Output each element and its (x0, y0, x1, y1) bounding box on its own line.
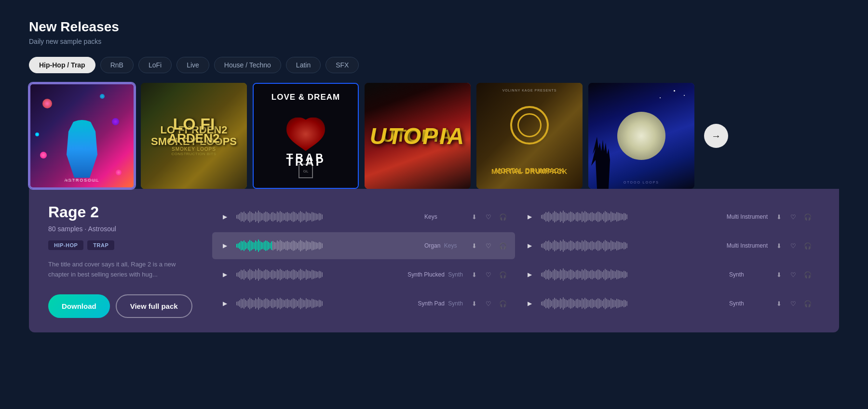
track-download-2[interactable]: ⬇ (469, 240, 479, 251)
play-btn-3[interactable]: ▶ (219, 269, 231, 280)
track-actions-2: ⬇ ♡ 🎧 (469, 240, 508, 251)
tab-lofi[interactable]: LoFi (138, 57, 172, 73)
pack-panel: Rage 2 80 samples · Astrosoul HIP-HOP TR… (29, 189, 839, 332)
waveform-7 (541, 266, 723, 283)
orb-5 (116, 170, 122, 175)
tab-latin[interactable]: Latin (286, 57, 321, 73)
track-headphones-6[interactable]: 🎧 (802, 240, 813, 251)
pack-card-utopia[interactable]: ⟳ UTOPIA (365, 83, 471, 189)
tab-hip-hop-trap[interactable]: Hip-Hop / Trap (29, 57, 95, 73)
pack-card-mortal[interactable]: ⟳ VOLINNY KAGE PRESENTS MORTAL DRUMPACK (476, 83, 583, 189)
track-download-7[interactable]: ⬇ (773, 269, 784, 280)
play-btn-8[interactable]: ▶ (524, 298, 535, 309)
lofi-subtitle: SMOKEY LOOPS (168, 146, 220, 152)
pack-card-lovedream[interactable]: ⟳ LOVE & DREAM TRAP GL (253, 83, 359, 189)
track-headphones-8[interactable]: 🎧 (802, 298, 813, 309)
lofi-title-arden: ARDEN2 (168, 132, 220, 145)
track-label-3: Synth Plucked Synth (407, 271, 463, 278)
track-actions-8: ⬇ ♡ 🎧 (773, 298, 813, 309)
track-download-4[interactable]: ⬇ (469, 298, 479, 309)
track-download-8[interactable]: ⬇ (773, 298, 784, 309)
track-heart-5[interactable]: ♡ (788, 211, 799, 222)
orb-4 (100, 94, 105, 99)
tab-live[interactable]: Live (176, 57, 209, 73)
tab-sfx[interactable]: SFX (326, 57, 359, 73)
tab-rnb[interactable]: RnB (100, 57, 134, 73)
pack-card-moon[interactable]: ⟳ OTOOO LOOPS (588, 83, 694, 189)
track-heart-1[interactable]: ♡ (483, 211, 494, 222)
track-heart-4[interactable]: ♡ (483, 298, 494, 309)
track-headphones-2[interactable]: 🎧 (498, 240, 508, 251)
track-label-6: Multi Instrument (727, 242, 768, 249)
track-download-3[interactable]: ⬇ (469, 269, 479, 280)
track-headphones-3[interactable]: 🎧 (498, 269, 508, 280)
lofi-text-block: LO FI ARDEN2 SMOKEY LOOPS CONSTRUCTION B… (168, 116, 220, 156)
lovedream-trap-label: TRAP (286, 151, 325, 164)
play-btn-7[interactable]: ▶ (524, 269, 535, 280)
utopia-title: UTOPIA (370, 123, 465, 149)
tab-house-techno[interactable]: House / Techno (214, 57, 281, 73)
lofi-subtitle2: CONSTRUCTION BITS (168, 152, 220, 156)
star-3 (684, 95, 685, 96)
track-list: ▶ Keys ⬇ ♡ 🎧 ▶ Multi Instrument (212, 203, 820, 318)
mortal-presenter: VOLINNY KAGE PRESENTS (502, 89, 557, 92)
track-download-5[interactable]: ⬇ (773, 211, 784, 222)
waveform-1 (236, 208, 419, 225)
track-item-1[interactable]: ▶ Keys ⬇ ♡ 🎧 (212, 203, 515, 230)
mortal-title: MORTAL DRUMPACK (491, 168, 568, 175)
pack-meta: 80 samples · Astrosoul (48, 225, 193, 233)
track-headphones-5[interactable]: 🎧 (802, 211, 813, 222)
play-btn-2[interactable]: ▶ (219, 240, 231, 251)
track-label-2: Organ Keys (424, 242, 463, 249)
waveform-2 (236, 237, 419, 254)
track-label-8: Synth (729, 300, 768, 307)
track-actions-4: ⬇ ♡ 🎧 (469, 298, 508, 309)
pack-actions: Download View full pack (48, 294, 193, 318)
orb-1 (42, 99, 52, 108)
track-heart-6[interactable]: ♡ (788, 240, 799, 251)
pack-name: Rage 2 (48, 203, 193, 221)
carousel-next-button[interactable]: → (704, 124, 728, 148)
pack-tags: HIP-HOP TRAP (48, 240, 193, 250)
track-download-1[interactable]: ⬇ (469, 211, 479, 222)
track-item-6[interactable]: ▶ Multi Instrument ⬇ ♡ 🎧 (517, 232, 820, 259)
astrosoul-label: ASTROSOUL (66, 178, 98, 183)
pack-tag-hiphop: HIP-HOP (48, 240, 83, 250)
pack-description: The title and cover says it all, Rage 2 … (48, 260, 193, 280)
track-headphones-7[interactable]: 🎧 (802, 269, 813, 280)
track-item-5[interactable]: ▶ Multi Instrument ⬇ ♡ 🎧 (517, 203, 820, 230)
track-headphones-1[interactable]: 🎧 (498, 211, 508, 222)
moon-label: OTOOO LOOPS (624, 181, 659, 184)
track-headphones-4[interactable]: 🎧 (498, 298, 508, 309)
waveform-6 (541, 237, 721, 254)
track-heart-7[interactable]: ♡ (788, 269, 799, 280)
pack-card-lofi[interactable]: ⟳ LO FI ARDEN2 SMOKEY LOOPS CONSTRUCTION… (141, 83, 247, 189)
track-heart-3[interactable]: ♡ (483, 269, 494, 280)
orb-3 (40, 152, 47, 158)
track-item-4[interactable]: ▶ Synth Pad Synth ⬇ ♡ 🎧 (212, 290, 515, 317)
play-btn-4[interactable]: ▶ (219, 298, 231, 309)
view-full-pack-button[interactable]: View full pack (116, 294, 192, 318)
orb-6 (35, 132, 39, 136)
waveform-8 (541, 295, 723, 312)
track-heart-2[interactable]: ♡ (483, 240, 494, 251)
track-heart-8[interactable]: ♡ (788, 298, 799, 309)
play-btn-6[interactable]: ▶ (524, 240, 535, 251)
track-item-3[interactable]: ▶ Synth Plucked Synth ⬇ ♡ 🎧 (212, 261, 515, 288)
lovedream-logo: GL (298, 164, 313, 178)
track-item-8[interactable]: ▶ Synth ⬇ ♡ 🎧 (517, 290, 820, 317)
track-download-6[interactable]: ⬇ (773, 240, 784, 251)
track-label-1: Keys (424, 213, 463, 220)
lovedream-title: LOVE & DREAM (271, 92, 340, 102)
track-actions-1: ⬇ ♡ 🎧 (469, 211, 508, 222)
track-item-2[interactable]: ▶ Organ Keys ⬇ ♡ 🎧 (212, 232, 515, 259)
track-item-7[interactable]: ▶ Synth ⬇ ♡ 🎧 (517, 261, 820, 288)
filter-tabs: Hip-Hop / Trap RnB LoFi Live House / Tec… (29, 57, 839, 73)
pack-card-astrosoul[interactable]: ASTROSOUL (29, 83, 135, 189)
play-btn-1[interactable]: ▶ (219, 211, 231, 223)
play-btn-5[interactable]: ▶ (524, 211, 535, 223)
mortal-circle (510, 106, 549, 145)
download-button[interactable]: Download (48, 294, 110, 318)
waveform-5 (541, 208, 721, 225)
track-label-5: Multi Instrument (727, 213, 768, 220)
